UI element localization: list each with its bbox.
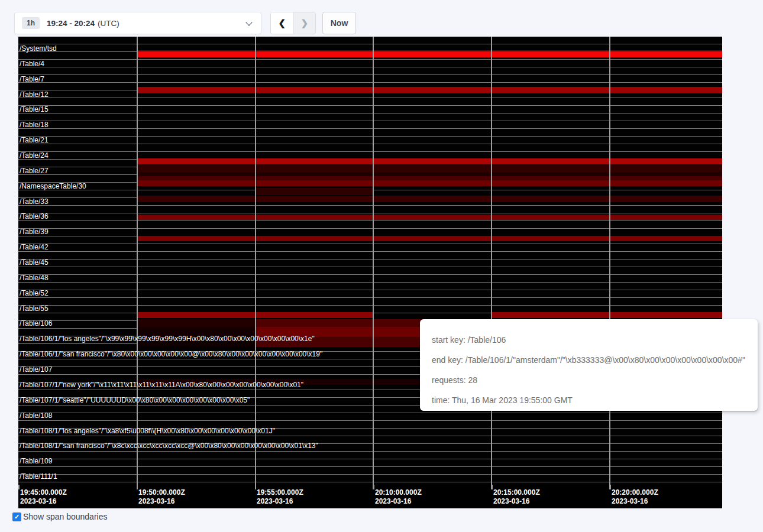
previous-range-button[interactable]: ❮: [271, 12, 293, 34]
tooltip-start-key: start key: /Table/106: [432, 330, 758, 350]
time-range-preset-badge: 1h: [22, 17, 40, 29]
row-label: /Table/33: [20, 198, 49, 206]
row-label: /Table/24: [20, 152, 49, 160]
row-label: /Table/4: [20, 60, 44, 68]
x-axis-label: 19:45:00.000Z2023-03-16: [20, 488, 67, 506]
row-label: /Table/27: [20, 167, 49, 175]
column-gridline: [491, 37, 492, 489]
time-range-timezone: (UTC): [98, 19, 119, 28]
x-axis: 19:45:00.000Z2023-03-1619:50:00.000Z2023…: [18, 485, 722, 508]
now-button[interactable]: Now: [322, 12, 356, 34]
chevron-right-icon: ❯: [300, 18, 308, 28]
show-span-boundaries-label: Show span boundaries: [23, 512, 107, 521]
next-range-button[interactable]: ❯: [293, 12, 316, 34]
time-range-selector[interactable]: 1h 19:24 - 20:24 (UTC): [14, 12, 261, 34]
row-label: /Table/106/1/"los angeles"/"\x99\x99\x99…: [20, 335, 315, 343]
tooltip-time: time: Thu, 16 Mar 2023 19:55:00 GMT: [432, 390, 758, 410]
row-label: /Table/21: [20, 137, 49, 144]
row-label: /Table/36: [20, 213, 49, 220]
heat-band: [137, 236, 722, 241]
heat-band: [137, 196, 722, 202]
footer: ✓ Show span boundaries: [12, 512, 107, 521]
column-gridline: [255, 37, 256, 489]
key-visualizer-heatmap[interactable]: /System/tsd/Table/4/Table/7/Table/12/Tab…: [18, 37, 722, 508]
heat-band: [255, 188, 373, 195]
row-label: /Table/45: [20, 259, 49, 267]
chevron-down-icon: [245, 19, 252, 25]
row-label: /Table/55: [20, 305, 49, 313]
row-label: /Table/108/1/"san francisco"/"\x8c\xcc\x…: [20, 442, 318, 450]
row-label: /Table/48: [20, 274, 49, 282]
row-label: /Table/15: [20, 106, 49, 113]
column-gridline: [137, 37, 138, 489]
row-label: /Table/111/1: [20, 473, 57, 481]
x-axis-label: 19:50:00.000Z2023-03-16: [138, 488, 185, 506]
x-axis-label: 20:15:00.000Z2023-03-16: [493, 488, 540, 506]
row-label: /Table/107: [20, 366, 52, 374]
tooltip-end-key: end key: /Table/106/1/"amsterdam"/"\xb33…: [432, 350, 758, 370]
row-label: /Table/18: [20, 121, 49, 129]
row-label: /Table/39: [20, 228, 49, 236]
row-label: /Table/12: [20, 91, 49, 99]
chevron-left-icon: ❮: [278, 18, 286, 28]
heat-band: [137, 180, 722, 186]
heat-band: [137, 164, 722, 172]
row-label: /NamespaceTable/30: [20, 183, 86, 190]
heatmap-canvas[interactable]: /System/tsd/Table/4/Table/7/Table/12/Tab…: [18, 37, 722, 485]
row-label: /Table/52: [20, 290, 49, 297]
x-axis-label: 19:55:00.000Z2023-03-16: [257, 488, 303, 506]
heat-band: [137, 87, 722, 93]
time-nav-group: ❮ ❯: [270, 12, 316, 34]
row-label: /Table/107/1/"seattle"/"UUUUUUD\x00\x80\…: [20, 397, 250, 404]
heat-band: [137, 176, 722, 180]
time-range-text: 19:24 - 20:24: [47, 19, 95, 28]
toolbar: 1h 19:24 - 20:24 (UTC) ❮ ❯ Now: [0, 0, 763, 37]
axis-tick: [18, 485, 20, 489]
heat-band: [137, 319, 255, 327]
row-label: /Table/106: [20, 320, 52, 327]
row-label: /System/tsd: [20, 45, 57, 53]
x-axis-label: 20:10:00.000Z2023-03-16: [375, 488, 422, 506]
row-label: /Table/42: [20, 244, 49, 251]
column-gridline: [373, 37, 374, 489]
row-label: /Table/108/1/"los angeles"/"\xa8\xf5\u00…: [20, 427, 275, 435]
row-label: /Table/108: [20, 412, 52, 420]
row-label: /Table/107/1/"new york"/"\x11\x11\x11\x1…: [20, 381, 303, 389]
heat-band: [137, 215, 722, 220]
row-label: /Table/7: [20, 76, 44, 83]
column-gridline: [609, 37, 610, 489]
heat-band: [137, 158, 722, 164]
heat-band: [137, 51, 722, 57]
span-tooltip: start key: /Table/106 end key: /Table/10…: [420, 319, 758, 411]
heat-band: [137, 172, 722, 176]
row-label: /Table/109: [20, 458, 52, 465]
show-span-boundaries-checkbox[interactable]: ✓: [12, 512, 21, 521]
tooltip-requests: requests: 28: [432, 370, 758, 390]
heat-band: [491, 312, 722, 318]
x-axis-label: 20:20:00.000Z2023-03-16: [612, 488, 658, 506]
row-label: /Table/106/1/"san francisco"/"\x80\x00\x…: [20, 351, 322, 358]
